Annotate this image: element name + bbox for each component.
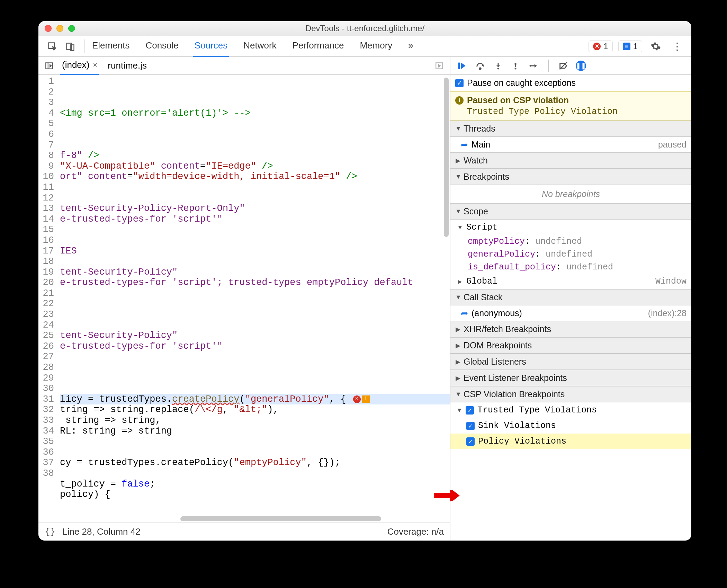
line-number[interactable]: 1 — [38, 76, 54, 87]
line-number[interactable]: 33 — [38, 415, 54, 426]
line-number[interactable]: 29 — [38, 373, 54, 384]
navigator-toggle-icon[interactable] — [45, 61, 54, 70]
line-number[interactable]: 21 — [38, 288, 54, 299]
code-line[interactable] — [60, 224, 450, 235]
code-line[interactable]: ort" content="width=device-width, initia… — [60, 171, 450, 182]
csp-trusted-type[interactable]: ▼ ✓ Trusted Type Violations — [450, 402, 691, 418]
line-number[interactable]: 2 — [38, 87, 54, 98]
tab-console[interactable]: Console — [144, 35, 180, 57]
code-line[interactable] — [60, 383, 450, 394]
code-line[interactable]: tent-Security-Policy-Report-Only" — [60, 203, 450, 214]
code-line[interactable]: IES — [60, 246, 450, 257]
csp-policy-violations[interactable]: ✓ Policy Violations — [450, 434, 691, 449]
line-number[interactable]: 24 — [38, 320, 54, 331]
line-number[interactable]: 25 — [38, 330, 54, 341]
line-number[interactable]: 27 — [38, 351, 54, 362]
line-number[interactable]: 23 — [38, 309, 54, 320]
code-line[interactable]: "X-UA-Compatible" content="IE=edge" /> — [60, 161, 450, 172]
scope-global[interactable]: ▶Global Window — [450, 274, 691, 289]
line-number[interactable]: 14 — [38, 214, 54, 225]
step-icon[interactable] — [527, 60, 540, 71]
code-line[interactable] — [60, 309, 450, 320]
code-editor[interactable]: 1234567891011121314151617181920212223242… — [38, 75, 450, 523]
line-number[interactable]: 38 — [38, 468, 54, 479]
pause-on-caught-row[interactable]: ✓ Pause on caught exceptions — [450, 75, 691, 91]
tab-network[interactable]: Network — [242, 35, 278, 57]
device-toggle-icon[interactable] — [63, 39, 78, 53]
section-xhr[interactable]: ▶XHR/fetch Breakpoints — [450, 321, 691, 337]
code-line[interactable]: cy = trustedTypes.createPolicy("emptyPol… — [60, 457, 450, 468]
code-line[interactable] — [60, 140, 450, 151]
line-number[interactable]: 22 — [38, 299, 54, 309]
line-number[interactable]: 18 — [38, 256, 54, 267]
code-line[interactable] — [60, 193, 450, 204]
line-number[interactable]: 12 — [38, 193, 54, 204]
code-line[interactable]: e-trusted-types-for 'script'" — [60, 341, 450, 352]
line-number[interactable]: 11 — [38, 182, 54, 193]
code-line[interactable]: e-trusted-types-for 'script'; trusted-ty… — [60, 277, 450, 288]
section-breakpoints[interactable]: ▼Breakpoints — [450, 169, 691, 185]
inspect-element-icon[interactable] — [45, 39, 60, 53]
line-number[interactable]: 17 — [38, 246, 54, 257]
tab-performance[interactable]: Performance — [291, 35, 345, 57]
line-number[interactable]: 35 — [38, 436, 54, 447]
scope-variable[interactable]: emptyPolicy: undefined — [450, 235, 691, 248]
line-number[interactable]: 31 — [38, 394, 54, 405]
deactivate-breakpoints-icon[interactable] — [557, 60, 569, 72]
scope-script[interactable]: ▼Script — [450, 220, 691, 235]
code-line[interactable]: tent-Security-Policy" — [60, 330, 450, 341]
line-number[interactable]: 30 — [38, 383, 54, 394]
line-number[interactable]: 9 — [38, 161, 54, 172]
resume-icon[interactable] — [455, 60, 468, 72]
step-out-icon[interactable] — [510, 60, 521, 72]
code-line[interactable] — [60, 373, 450, 384]
line-number[interactable]: 26 — [38, 341, 54, 352]
code-line[interactable] — [60, 500, 450, 511]
code-line[interactable] — [60, 362, 450, 373]
section-watch[interactable]: ▶Watch — [450, 152, 691, 169]
section-global-listeners[interactable]: ▶Global Listeners — [450, 354, 691, 370]
checkbox-checked-icon[interactable]: ✓ — [466, 422, 475, 430]
line-number[interactable]: 10 — [38, 171, 54, 182]
line-number[interactable]: 7 — [38, 140, 54, 151]
code-line[interactable]: e-trusted-types-for 'script'" — [60, 214, 450, 225]
scope-variable[interactable]: is_default_policy: undefined — [450, 261, 691, 274]
scope-variable[interactable]: generalPolicy: undefined — [450, 248, 691, 261]
pause-on-exceptions-icon[interactable]: ❚❚ — [576, 61, 586, 71]
code-line[interactable]: tent-Security-Policy" — [60, 267, 450, 278]
line-number[interactable]: 28 — [38, 362, 54, 373]
close-icon[interactable]: × — [93, 61, 97, 70]
line-number[interactable]: 32 — [38, 404, 54, 415]
code-line[interactable] — [60, 129, 450, 140]
code-line[interactable]: f-8" /> — [60, 150, 450, 161]
checkbox-checked-icon[interactable]: ✓ — [466, 437, 475, 446]
code-line[interactable]: policy) { — [60, 489, 450, 500]
section-csp[interactable]: ▼CSP Violation Breakpoints — [450, 386, 691, 402]
checkbox-checked-icon[interactable]: ✓ — [466, 406, 474, 415]
code-line[interactable]: <img src=1 onerror='alert(1)'> --> — [60, 108, 450, 119]
code-line[interactable] — [60, 468, 450, 479]
section-event-listener[interactable]: ▶Event Listener Breakpoints — [450, 370, 691, 386]
file-tab-index[interactable]: (index) × — [60, 56, 99, 75]
code-line[interactable]: tring => string.replace(/\</g, "&lt;"), — [60, 404, 450, 415]
line-number[interactable]: 4 — [38, 108, 54, 119]
messages-counter[interactable]: ≡ 1 — [618, 41, 642, 52]
step-over-icon[interactable] — [474, 60, 486, 72]
checkbox-checked-icon[interactable]: ✓ — [455, 79, 464, 87]
line-number[interactable]: 34 — [38, 426, 54, 437]
code-line[interactable] — [60, 436, 450, 447]
line-number[interactable]: 20 — [38, 277, 54, 288]
pretty-print-icon[interactable]: {} — [45, 527, 55, 537]
run-snippet-icon[interactable] — [435, 61, 444, 70]
callstack-frame[interactable]: ➦ (anonymous) (index):28 — [450, 305, 691, 321]
code-line[interactable] — [60, 288, 450, 299]
more-icon[interactable]: ⋮ — [669, 38, 685, 54]
line-number[interactable]: 15 — [38, 224, 54, 235]
tab-elements[interactable]: Elements — [91, 35, 131, 57]
section-scope[interactable]: ▼Scope — [450, 203, 691, 220]
code-line[interactable] — [60, 351, 450, 362]
line-number[interactable]: 5 — [38, 118, 54, 129]
section-threads[interactable]: ▼Threads — [450, 121, 691, 137]
line-number[interactable]: 19 — [38, 267, 54, 278]
line-number[interactable]: 3 — [38, 97, 54, 108]
